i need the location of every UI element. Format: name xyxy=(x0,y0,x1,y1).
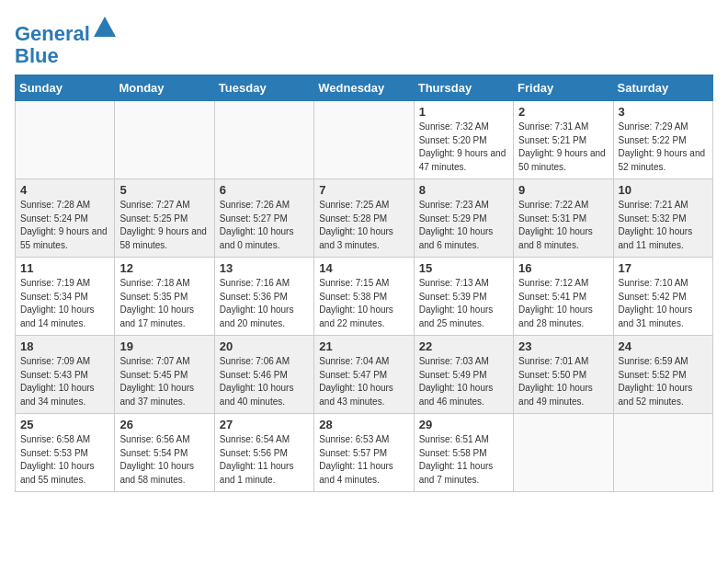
week-row-3: 11Sunrise: 7:19 AM Sunset: 5:34 PM Dayli… xyxy=(16,258,713,336)
day-info: Sunrise: 7:06 AM Sunset: 5:46 PM Dayligh… xyxy=(220,355,309,408)
day-info: Sunrise: 7:04 AM Sunset: 5:47 PM Dayligh… xyxy=(319,355,408,408)
day-cell: 6Sunrise: 7:26 AM Sunset: 5:27 PM Daylig… xyxy=(214,179,313,258)
day-info: Sunrise: 7:18 AM Sunset: 5:35 PM Dayligh… xyxy=(119,277,209,330)
day-info: Sunrise: 6:59 AM Sunset: 5:52 PM Dayligh… xyxy=(619,355,708,408)
col-header-saturday: Saturday xyxy=(613,75,712,101)
day-cell: 22Sunrise: 7:03 AM Sunset: 5:49 PM Dayli… xyxy=(414,336,513,414)
day-cell: 27Sunrise: 6:54 AM Sunset: 5:56 PM Dayli… xyxy=(214,414,313,492)
logo-general: General xyxy=(15,22,90,45)
header-row: SundayMondayTuesdayWednesdayThursdayFrid… xyxy=(16,75,713,101)
day-number: 29 xyxy=(419,418,508,431)
day-cell: 11Sunrise: 7:19 AM Sunset: 5:34 PM Dayli… xyxy=(16,258,115,336)
day-cell: 23Sunrise: 7:01 AM Sunset: 5:50 PM Dayli… xyxy=(514,336,613,414)
day-number: 10 xyxy=(619,183,708,197)
day-cell: 29Sunrise: 6:51 AM Sunset: 5:58 PM Dayli… xyxy=(414,414,513,492)
logo-blue: Blue xyxy=(15,44,59,67)
day-info: Sunrise: 7:15 AM Sunset: 5:38 PM Dayligh… xyxy=(319,277,408,330)
day-cell: 7Sunrise: 7:25 AM Sunset: 5:28 PM Daylig… xyxy=(314,179,414,258)
day-number: 3 xyxy=(619,105,708,119)
day-info: Sunrise: 7:25 AM Sunset: 5:28 PM Dayligh… xyxy=(319,199,408,252)
week-row-1: 1Sunrise: 7:32 AM Sunset: 5:20 PM Daylig… xyxy=(16,101,713,179)
day-cell: 9Sunrise: 7:22 AM Sunset: 5:31 PM Daylig… xyxy=(514,179,613,258)
day-number: 13 xyxy=(220,261,309,275)
day-number: 1 xyxy=(419,105,508,119)
day-info: Sunrise: 7:10 AM Sunset: 5:42 PM Dayligh… xyxy=(619,277,708,330)
day-cell: 2Sunrise: 7:31 AM Sunset: 5:21 PM Daylig… xyxy=(514,101,613,179)
day-number: 15 xyxy=(419,261,508,275)
col-header-wednesday: Wednesday xyxy=(314,75,414,101)
day-number: 12 xyxy=(119,261,209,275)
day-info: Sunrise: 6:53 AM Sunset: 5:57 PM Dayligh… xyxy=(319,433,408,487)
day-number: 22 xyxy=(419,339,508,353)
day-cell xyxy=(613,414,712,492)
day-cell xyxy=(214,101,313,179)
day-number: 25 xyxy=(20,418,109,431)
day-number: 23 xyxy=(518,339,608,353)
day-number: 4 xyxy=(20,183,109,197)
day-cell: 10Sunrise: 7:21 AM Sunset: 5:32 PM Dayli… xyxy=(613,179,712,258)
day-info: Sunrise: 7:03 AM Sunset: 5:49 PM Dayligh… xyxy=(419,355,508,408)
day-info: Sunrise: 7:31 AM Sunset: 5:21 PM Dayligh… xyxy=(518,121,608,174)
day-number: 24 xyxy=(619,339,708,353)
day-cell xyxy=(514,414,613,492)
col-header-monday: Monday xyxy=(115,75,214,101)
day-info: Sunrise: 7:27 AM Sunset: 5:25 PM Dayligh… xyxy=(119,199,209,252)
day-cell: 1Sunrise: 7:32 AM Sunset: 5:20 PM Daylig… xyxy=(414,101,513,179)
day-cell: 17Sunrise: 7:10 AM Sunset: 5:42 PM Dayli… xyxy=(613,258,712,336)
day-cell: 12Sunrise: 7:18 AM Sunset: 5:35 PM Dayli… xyxy=(115,258,214,336)
day-info: Sunrise: 7:28 AM Sunset: 5:24 PM Dayligh… xyxy=(20,199,109,252)
day-cell xyxy=(314,101,414,179)
day-info: Sunrise: 7:29 AM Sunset: 5:22 PM Dayligh… xyxy=(619,121,708,174)
day-cell: 24Sunrise: 6:59 AM Sunset: 5:52 PM Dayli… xyxy=(613,336,712,414)
day-number: 9 xyxy=(518,183,608,197)
day-cell: 16Sunrise: 7:12 AM Sunset: 5:41 PM Dayli… xyxy=(514,258,613,336)
day-number: 14 xyxy=(319,261,408,275)
day-cell xyxy=(115,101,214,179)
svg-marker-0 xyxy=(94,17,116,37)
day-number: 7 xyxy=(319,183,408,197)
day-info: Sunrise: 7:32 AM Sunset: 5:20 PM Dayligh… xyxy=(419,121,508,174)
day-cell: 25Sunrise: 6:58 AM Sunset: 5:53 PM Dayli… xyxy=(16,414,115,492)
day-number: 6 xyxy=(220,183,309,197)
day-cell xyxy=(16,101,115,179)
day-cell: 5Sunrise: 7:27 AM Sunset: 5:25 PM Daylig… xyxy=(115,179,214,258)
day-cell: 19Sunrise: 7:07 AM Sunset: 5:45 PM Dayli… xyxy=(115,336,214,414)
day-info: Sunrise: 7:19 AM Sunset: 5:34 PM Dayligh… xyxy=(20,277,109,330)
day-info: Sunrise: 6:54 AM Sunset: 5:56 PM Dayligh… xyxy=(220,433,309,487)
col-header-tuesday: Tuesday xyxy=(214,75,313,101)
day-cell: 8Sunrise: 7:23 AM Sunset: 5:29 PM Daylig… xyxy=(414,179,513,258)
day-number: 27 xyxy=(220,418,309,431)
day-number: 21 xyxy=(319,339,408,353)
day-cell: 14Sunrise: 7:15 AM Sunset: 5:38 PM Dayli… xyxy=(314,258,414,336)
day-cell: 18Sunrise: 7:09 AM Sunset: 5:43 PM Dayli… xyxy=(16,336,115,414)
day-info: Sunrise: 6:51 AM Sunset: 5:58 PM Dayligh… xyxy=(419,433,508,487)
day-info: Sunrise: 7:16 AM Sunset: 5:36 PM Dayligh… xyxy=(220,277,309,330)
day-info: Sunrise: 7:22 AM Sunset: 5:31 PM Dayligh… xyxy=(518,199,608,252)
day-number: 28 xyxy=(319,418,408,431)
day-cell: 20Sunrise: 7:06 AM Sunset: 5:46 PM Dayli… xyxy=(214,336,313,414)
day-info: Sunrise: 7:01 AM Sunset: 5:50 PM Dayligh… xyxy=(518,355,608,408)
day-cell: 3Sunrise: 7:29 AM Sunset: 5:22 PM Daylig… xyxy=(613,101,712,179)
day-number: 26 xyxy=(119,418,209,431)
day-number: 18 xyxy=(20,339,109,353)
day-number: 17 xyxy=(619,261,708,275)
day-info: Sunrise: 7:23 AM Sunset: 5:29 PM Dayligh… xyxy=(419,199,508,252)
day-info: Sunrise: 7:09 AM Sunset: 5:43 PM Dayligh… xyxy=(20,355,109,408)
day-info: Sunrise: 6:56 AM Sunset: 5:54 PM Dayligh… xyxy=(119,433,209,487)
day-cell: 26Sunrise: 6:56 AM Sunset: 5:54 PM Dayli… xyxy=(115,414,214,492)
logo: General Blue xyxy=(15,15,118,67)
week-row-5: 25Sunrise: 6:58 AM Sunset: 5:53 PM Dayli… xyxy=(16,414,713,492)
day-cell: 13Sunrise: 7:16 AM Sunset: 5:36 PM Dayli… xyxy=(214,258,313,336)
day-info: Sunrise: 7:12 AM Sunset: 5:41 PM Dayligh… xyxy=(518,277,608,330)
header: General Blue xyxy=(15,15,713,67)
day-number: 19 xyxy=(119,339,209,353)
day-cell: 28Sunrise: 6:53 AM Sunset: 5:57 PM Dayli… xyxy=(314,414,414,492)
day-number: 20 xyxy=(220,339,309,353)
day-number: 16 xyxy=(518,261,608,275)
logo-icon xyxy=(92,15,118,40)
day-info: Sunrise: 7:07 AM Sunset: 5:45 PM Dayligh… xyxy=(119,355,209,408)
col-header-friday: Friday xyxy=(514,75,613,101)
day-cell: 15Sunrise: 7:13 AM Sunset: 5:39 PM Dayli… xyxy=(414,258,513,336)
day-info: Sunrise: 6:58 AM Sunset: 5:53 PM Dayligh… xyxy=(20,433,109,487)
week-row-4: 18Sunrise: 7:09 AM Sunset: 5:43 PM Dayli… xyxy=(16,336,713,414)
